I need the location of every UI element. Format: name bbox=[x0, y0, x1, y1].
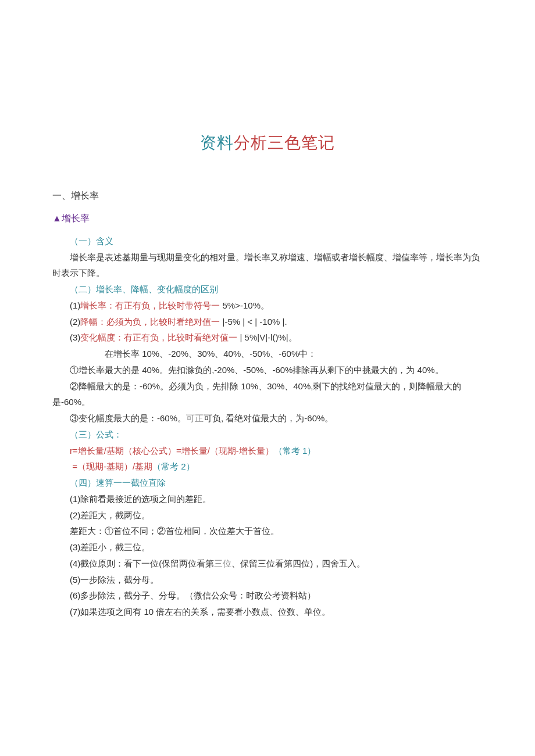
list-marker: (2) bbox=[70, 317, 80, 327]
highlight-text: 增长率：有正有负，比较时带符号一 bbox=[80, 300, 220, 310]
body-text: (1)除前看最接近的选项之间的差距。 bbox=[52, 491, 483, 507]
formula-line: =（现期-基期）/基期（常考 2） bbox=[52, 458, 483, 475]
page-title: 资料分析三色笔记 bbox=[52, 128, 483, 158]
body-text: ③变化幅度最大的是：-60%。可正可负, 看绝对值最大的，为-60%。 bbox=[52, 410, 483, 427]
body-text: ②降幅最大的是：-60%。必须为负，先排除 10%、30%、40%,剩下的找绝对… bbox=[52, 378, 483, 411]
highlight-text: 降幅：必须为负，比较时看绝对值一 bbox=[80, 317, 220, 327]
title-part2: 分析三色笔记 bbox=[234, 134, 335, 152]
body-text: 增长率是表述基期量与现期量变化的相对量。增长率又称增速、增幅或者增长幅度、增值率… bbox=[52, 249, 483, 282]
annotation-text: （常考 1） bbox=[274, 446, 316, 456]
faded-text: 三位 bbox=[214, 558, 231, 568]
body-text: ①增长率最大的是 40%。先扣滁负的,-20%、-50%、-60%排除再从剩下的… bbox=[52, 362, 483, 378]
body-text: |-5% | < | -10% |. bbox=[220, 317, 287, 327]
body-text: (4)截位原则：看下一位(保留两位看第三位、保留三位看第四位)，四舍五入。 bbox=[52, 556, 483, 572]
body-text: | 5%|V|-l()%|。 bbox=[237, 332, 297, 342]
highlight-text: 变化幅度：有正有负，比较时看绝对值一 bbox=[80, 332, 237, 342]
body-text: (3)变化幅度：有正有负，比较时看绝对值一 | 5%|V|-l()%|。 bbox=[52, 329, 483, 346]
annotation-text: （常考 2） bbox=[152, 461, 195, 471]
formula-text: r=增长量/基期（核心公式）=增长量/（现期-增长量） bbox=[70, 446, 274, 456]
faded-text: 可正 bbox=[186, 413, 204, 423]
formula-text: =（现期-基期）/基期 bbox=[72, 461, 152, 471]
list-marker: (1) bbox=[70, 300, 80, 310]
subsection-heading: （三）公式： bbox=[52, 427, 483, 443]
body-text: (4)截位原则：看下一位(保留两位看第 bbox=[70, 558, 214, 568]
body-text: (5)一步除法，截分母。 bbox=[52, 572, 483, 588]
body-text: (2)差距大，截两位。 bbox=[52, 507, 483, 524]
body-text: 、保留三位看第四位)，四舍五入。 bbox=[231, 558, 365, 568]
title-part1: 资料 bbox=[200, 134, 234, 152]
body-text: ③变化幅度最大的是：-60%。 bbox=[70, 413, 186, 423]
document-page: 资料分析三色笔记 一、增长率 ▲增长率 （一）含义 增长率是表述基期量与现期量变… bbox=[0, 0, 535, 678]
subsection-heading: （四）速算一一截位直除 bbox=[52, 475, 483, 491]
formula-line: r=增长量/基期（核心公式）=增长量/（现期-增长量）（常考 1） bbox=[52, 443, 483, 459]
section-subheading: ▲增长率 bbox=[52, 210, 483, 227]
body-text: (7)如果选项之间有 10 倍左右的关系，需要看小数点、位数、单位。 bbox=[52, 604, 483, 620]
list-marker: (3) bbox=[70, 332, 80, 342]
body-text: (2)降幅：必须为负，比较时看绝对值一 |-5% | < | -10% |. bbox=[52, 314, 483, 330]
body-text: (1)增长率：有正有负，比较时带符号一 5%>-10%。 bbox=[52, 298, 483, 314]
subsection-heading: （二）增长率、降幅、变化幅度的区别 bbox=[52, 281, 483, 298]
body-text: (6)多步除法，截分子、分母。（微信公众号：时政公考资料站） bbox=[52, 587, 483, 604]
section-heading: 一、增长率 bbox=[52, 187, 483, 205]
body-text: 可负, 看绝对值最大的，为-60%。 bbox=[204, 413, 333, 423]
body-text: (3)差距小，截三位。 bbox=[52, 539, 483, 556]
body-text: 在增长率 10%、-20%、30%、40%、-50%、-60%中： bbox=[52, 346, 483, 362]
body-text: 差距大：①首位不同；②首位相同，次位差大于首位。 bbox=[52, 523, 483, 539]
subsection-heading: （一）含义 bbox=[52, 233, 483, 249]
body-text: 5%>-10%。 bbox=[220, 300, 269, 310]
